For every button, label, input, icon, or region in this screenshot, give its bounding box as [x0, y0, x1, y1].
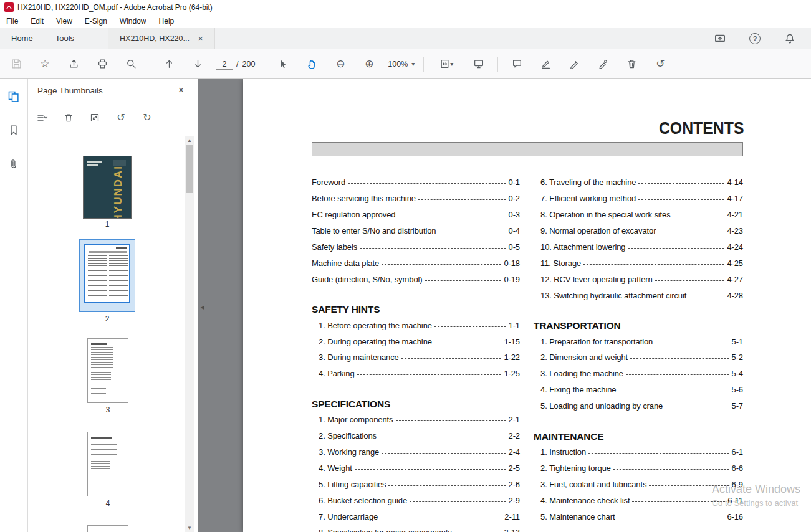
menu-edit[interactable]: Edit — [24, 16, 50, 27]
toc-item-page: 4-25 — [727, 259, 743, 268]
previous-page-button[interactable] — [159, 55, 179, 74]
menu-bar: File Edit View E-Sign Window Help — [0, 14, 811, 28]
toc-item-label: Foreword — [312, 178, 345, 187]
notifications-button[interactable] — [780, 29, 800, 48]
panel-close-icon[interactable]: × — [178, 85, 184, 96]
tab-home[interactable]: Home — [0, 28, 44, 49]
toc-item-label: 5. Lifting capacities — [319, 480, 386, 489]
document-tab-close-icon[interactable]: × — [198, 34, 203, 43]
menu-window[interactable]: Window — [113, 16, 153, 27]
thumb-text-lines — [91, 347, 113, 368]
highlighter-icon — [540, 59, 551, 69]
print-button[interactable] — [92, 55, 112, 74]
toc-item: 5. Loading and unloading by crane5-7 — [534, 398, 743, 414]
next-page-button[interactable] — [188, 55, 208, 74]
toc-left-column: Foreword0-1Before servicing this machine… — [312, 174, 520, 532]
rotate-left-button[interactable]: ↺ — [114, 110, 128, 125]
zoom-in-button[interactable]: ⊕ — [359, 55, 379, 74]
thumb-text-lines — [91, 372, 111, 384]
menu-help[interactable]: Help — [153, 16, 181, 27]
thumbnail-options-dropdown[interactable] — [36, 110, 49, 125]
thumbnail-page-5[interactable] — [87, 525, 128, 532]
thumbnail-page-4[interactable] — [87, 432, 128, 496]
toc-item: 13. Switching hydraulic attachment circu… — [534, 287, 743, 303]
hand-tool-button[interactable] — [302, 55, 322, 74]
dotted-leader — [410, 501, 506, 502]
nav-bookmarks-button[interactable] — [4, 121, 23, 139]
tabbar-right-tools: ? — [710, 29, 811, 48]
fit-width-dropdown[interactable]: ▾ — [433, 55, 460, 74]
thumbnail-page-3[interactable] — [87, 338, 128, 403]
share-screen-button[interactable] — [710, 29, 730, 48]
bell-icon — [784, 33, 795, 44]
zoom-out-button[interactable]: ⊖ — [330, 55, 350, 74]
toc-item-page: 5-4 — [732, 369, 744, 378]
menu-view[interactable]: View — [50, 16, 79, 27]
comment-button[interactable] — [507, 55, 527, 74]
nav-attachments-button[interactable] — [4, 155, 23, 173]
toc-item-label: 5. Loading and unloading by crane — [540, 401, 663, 411]
fill-sign-button[interactable] — [593, 55, 613, 74]
toc-item-label: 8. Specification for major components — [319, 528, 452, 532]
nav-thumbnails-button[interactable] — [4, 88, 23, 105]
chevron-down-icon: ▾ — [411, 60, 415, 67]
delete-pages-button[interactable] — [621, 55, 641, 74]
help-button[interactable]: ? — [745, 29, 765, 48]
rotate-pages-button[interactable]: ↺ — [650, 55, 670, 74]
delete-thumbnail-button[interactable] — [62, 110, 75, 125]
share-button[interactable] — [64, 55, 84, 74]
dotted-leader — [434, 343, 501, 343]
thumbnail-page-1[interactable]: HYUNDAI — [83, 156, 132, 219]
menu-file[interactable]: File — [0, 16, 24, 27]
dotted-leader — [380, 518, 502, 518]
toc-item-label: 13. Switching hydraulic attachment circu… — [540, 291, 686, 300]
select-tool-button[interactable] — [273, 55, 293, 74]
scrollbar-thumb[interactable] — [186, 145, 193, 193]
toc-item: 2. Dimension and weight5-2 — [534, 349, 743, 366]
document-area: ◂ CONTENTS Foreword0-1Before servicing t… — [198, 79, 811, 532]
resize-thumbnails-button[interactable] — [88, 110, 102, 125]
toc-item: 5. Lifting capacities2-6 — [312, 476, 520, 492]
rotate-right-button[interactable]: ↻ — [140, 110, 154, 125]
zoom-level-dropdown[interactable]: 100% ▾ — [388, 60, 415, 69]
toc-item-page: 5-7 — [732, 401, 744, 411]
scroll-down-icon[interactable]: ▼ — [185, 523, 194, 532]
arrow-up-icon — [164, 59, 175, 69]
chevron-down-icon: ▾ — [450, 60, 453, 67]
thumbnails-scrollbar[interactable]: ▲ ▼ — [185, 136, 194, 532]
highlight-button[interactable] — [535, 55, 555, 74]
dotted-leader — [630, 358, 729, 359]
menu-esign[interactable]: E-Sign — [79, 16, 113, 27]
zoom-in-icon: ⊕ — [365, 59, 373, 69]
tab-document[interactable]: HX210HD, HX220... × — [108, 28, 215, 49]
draw-button[interactable] — [564, 55, 584, 74]
help-icon: ? — [749, 33, 761, 44]
comment-bubble-icon — [512, 59, 522, 69]
scroll-up-icon[interactable]: ▲ — [185, 136, 194, 145]
cover-text-lines — [87, 161, 102, 163]
panel-collapse-handle[interactable]: ◂ — [198, 299, 206, 315]
save-button[interactable] — [6, 55, 26, 74]
toolbar-separator — [497, 57, 498, 72]
marquee-zoom-button[interactable] — [121, 55, 141, 74]
options-list-icon — [37, 113, 48, 123]
paperclip-icon — [8, 158, 19, 169]
toc-item-label: 8. Operation in the special work sites — [540, 210, 671, 219]
toc-item-page: 6-11 — [727, 496, 743, 505]
dotted-leader — [628, 248, 724, 249]
tab-tools[interactable]: Tools — [44, 28, 85, 49]
reading-mode-button[interactable] — [469, 55, 489, 74]
page-number-input[interactable]: 2 — [216, 59, 233, 70]
toc-item-label: 4. Fixing the machine — [540, 385, 616, 394]
page-thumbnails-panel: Page Thumbnails × ↺ ↻ — [28, 79, 198, 532]
dotted-leader — [673, 216, 725, 216]
toc-section-header: MAINTENANCE — [534, 427, 743, 444]
thumbnail-page-2-selected[interactable] — [79, 239, 135, 312]
toc-item-page: 0-3 — [509, 210, 521, 219]
fountain-pen-icon — [598, 59, 608, 69]
dotted-leader — [658, 232, 724, 232]
toc-item-page: 1-25 — [504, 369, 520, 378]
fit-width-icon — [439, 59, 450, 69]
favorites-button[interactable]: ☆ — [35, 55, 55, 74]
tab-bar: Home Tools HX210HD, HX220... × ? — [0, 28, 811, 49]
